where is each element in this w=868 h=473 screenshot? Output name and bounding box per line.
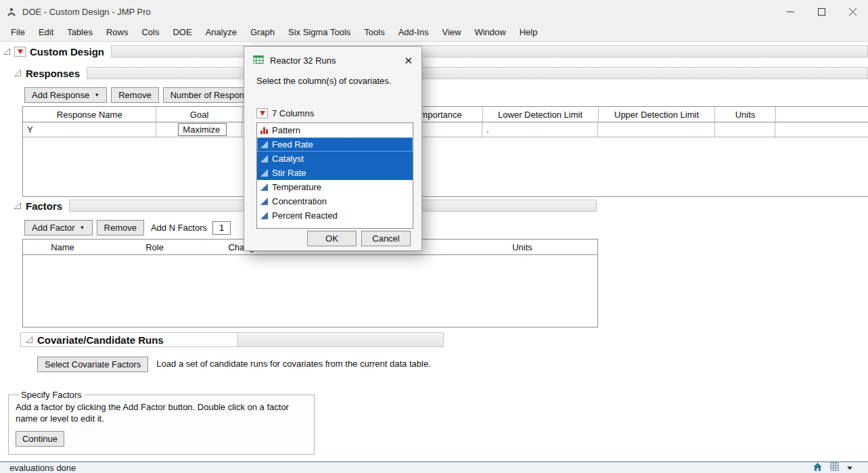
specify-factors-description: Add a factor by clicking the Add Factor … bbox=[16, 402, 307, 425]
menu-item-cols[interactable]: Cols bbox=[135, 24, 166, 41]
dialog-title: Reactor 32 Runs bbox=[270, 55, 336, 66]
jmp-app-icon[interactable] bbox=[6, 7, 17, 18]
column-list-item-stir-rate[interactable]: Stir Rate bbox=[257, 166, 413, 180]
column-header-lower-detection-limit: Lower Detection Limit bbox=[483, 107, 599, 122]
remove-factor-button[interactable]: Remove bbox=[97, 220, 144, 235]
filler-cell bbox=[775, 122, 868, 137]
menu-item-edit[interactable]: Edit bbox=[32, 24, 60, 41]
menu-item-add-ins[interactable]: Add-Ins bbox=[392, 24, 436, 41]
responses-table-header: Response Name Goal Importance Lower Dete… bbox=[23, 107, 868, 122]
red-triangle-icon bbox=[260, 111, 265, 116]
add-n-factors-label: Add N Factors bbox=[151, 223, 207, 233]
remove-response-button[interactable]: Remove bbox=[111, 87, 158, 103]
lower-detection-limit-cell[interactable]: . bbox=[482, 122, 598, 137]
column-list-item-percent-reacted[interactable]: Percent Reacted bbox=[257, 208, 413, 223]
header-band bbox=[238, 332, 444, 347]
responses-table: Response Name Goal Importance Lower Dete… bbox=[22, 106, 868, 197]
menubar: File Edit Tables Rows Cols DOE Analyze G… bbox=[0, 24, 868, 42]
covariate-row: Select Covariate Factors Load a set of c… bbox=[37, 357, 453, 372]
ok-button[interactable]: OK bbox=[307, 231, 357, 246]
continuous-icon bbox=[259, 183, 269, 192]
column-list-item-pattern[interactable]: Pattern bbox=[257, 123, 413, 137]
columns-disclosure-row: 7 Columns bbox=[256, 108, 314, 118]
close-button[interactable] bbox=[837, 0, 868, 24]
continuous-icon bbox=[259, 140, 269, 149]
columns-count-label: 7 Columns bbox=[272, 108, 314, 118]
disclosure-open-icon[interactable] bbox=[14, 69, 22, 77]
response-name-cell[interactable]: Y bbox=[23, 122, 156, 137]
chevron-down-icon[interactable] bbox=[846, 463, 853, 473]
grid-icon[interactable] bbox=[830, 462, 839, 473]
n-factors-input[interactable] bbox=[212, 221, 231, 235]
factors-table: Name Role Changes Units bbox=[22, 239, 598, 328]
data-table-icon bbox=[253, 54, 265, 67]
column-header-role: Role bbox=[102, 240, 207, 254]
menu-item-rows[interactable]: Rows bbox=[99, 24, 135, 41]
add-factor-button[interactable]: Add Factor ▼ bbox=[24, 220, 93, 235]
column-header-filler bbox=[776, 107, 868, 122]
red-triangle-menu-button[interactable] bbox=[256, 108, 268, 118]
home-icon[interactable] bbox=[813, 462, 823, 473]
dropdown-arrow-icon: ▼ bbox=[80, 225, 85, 231]
column-list-item-concentration[interactable]: Concentration bbox=[257, 194, 413, 208]
column-list-item-catalyst[interactable]: Catalyst bbox=[257, 152, 413, 166]
covariate-title-segment: Covariate/Candidate Runs bbox=[20, 332, 238, 347]
menu-item-window[interactable]: Window bbox=[467, 24, 512, 41]
header-band bbox=[111, 45, 868, 58]
menu-item-tools[interactable]: Tools bbox=[357, 24, 391, 41]
units-cell[interactable] bbox=[715, 122, 775, 137]
goal-cell: Maximize bbox=[156, 122, 242, 137]
disclosure-open-icon[interactable] bbox=[3, 47, 11, 55]
status-text: evaluations done bbox=[9, 463, 76, 473]
dialog-titlebar: Reactor 32 Runs ✕ bbox=[244, 47, 421, 74]
minimize-button[interactable] bbox=[775, 0, 806, 24]
dialog-prompt: Select the column(s) of covariates. bbox=[256, 76, 391, 86]
maximize-button[interactable] bbox=[806, 0, 837, 24]
menu-item-view[interactable]: View bbox=[435, 24, 467, 41]
response-row: Y Maximize . . bbox=[23, 122, 868, 137]
dialog-buttons: OK Cancel bbox=[244, 231, 411, 246]
column-header-name: Name bbox=[23, 240, 102, 254]
factors-toolbar: Add Factor ▼ Remove Add N Factors bbox=[24, 220, 231, 235]
covariate-columns-dialog: Reactor 32 Runs ✕ Select the column(s) o… bbox=[244, 46, 422, 251]
covariate-description: Load a set of candidate runs for covaria… bbox=[156, 357, 453, 370]
column-header-units: Units bbox=[447, 240, 597, 254]
continuous-icon bbox=[259, 197, 269, 206]
covariate-header: Covariate/Candidate Runs bbox=[20, 332, 444, 347]
specify-factors-group: Specify Factors Add a factor by clicking… bbox=[8, 390, 315, 455]
header-band bbox=[87, 67, 868, 79]
cancel-button[interactable]: Cancel bbox=[361, 231, 411, 246]
menu-item-six-sigma-tools[interactable]: Six Sigma Tools bbox=[281, 24, 357, 41]
specify-factors-legend: Specify Factors bbox=[21, 390, 82, 400]
page-title: Custom Design bbox=[30, 46, 104, 58]
column-header-response-name: Response Name bbox=[23, 107, 156, 122]
menu-item-file[interactable]: File bbox=[4, 24, 32, 41]
menu-item-graph[interactable]: Graph bbox=[244, 24, 281, 41]
responses-title: Responses bbox=[26, 68, 80, 79]
menu-item-tables[interactable]: Tables bbox=[60, 24, 99, 41]
disclosure-open-icon[interactable] bbox=[25, 336, 33, 344]
red-triangle-menu-button[interactable] bbox=[14, 47, 26, 57]
upper-detection-limit-cell[interactable] bbox=[598, 122, 715, 137]
columns-listbox: Pattern Feed Rate Catalyst Stir Rate Tem… bbox=[256, 122, 413, 229]
menu-item-help[interactable]: Help bbox=[513, 24, 545, 41]
covariate-title: Covariate/Candidate Runs bbox=[37, 334, 164, 346]
statusbar: evaluations done bbox=[0, 461, 868, 473]
select-covariate-factors-button[interactable]: Select Covariate Factors bbox=[37, 357, 148, 372]
column-header-units: Units bbox=[715, 107, 775, 122]
column-list-item-feed-rate[interactable]: Feed Rate bbox=[257, 137, 413, 152]
statusbar-icons bbox=[813, 462, 853, 473]
continuous-icon bbox=[259, 168, 269, 177]
menu-item-doe[interactable]: DOE bbox=[166, 24, 198, 41]
window-title: DOE - Custom Design - JMP Pro bbox=[22, 7, 151, 17]
menu-item-analyze[interactable]: Analyze bbox=[199, 24, 244, 41]
add-response-button[interactable]: Add Response ▼ bbox=[24, 87, 107, 103]
custom-design-header: Custom Design bbox=[1, 43, 868, 60]
continuous-icon bbox=[259, 154, 269, 163]
column-list-item-temperature[interactable]: Temperature bbox=[257, 180, 413, 194]
disclosure-open-icon[interactable] bbox=[14, 202, 22, 210]
continue-button[interactable]: Continue bbox=[16, 431, 64, 447]
histogram-icon bbox=[259, 126, 269, 135]
goal-dropdown[interactable]: Maximize bbox=[178, 123, 227, 136]
dialog-close-icon[interactable]: ✕ bbox=[404, 55, 413, 66]
